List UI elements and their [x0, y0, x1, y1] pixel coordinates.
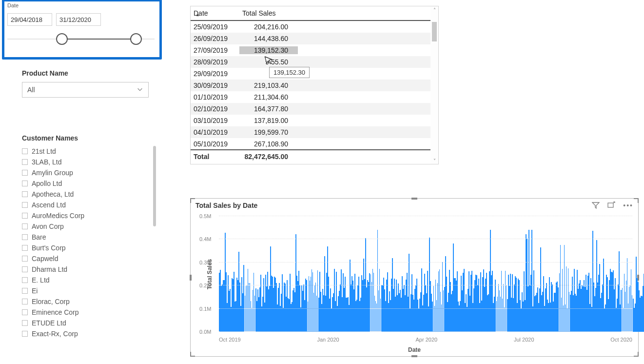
- resize-handle-right[interactable]: [637, 275, 639, 281]
- table-cell-date: 01/10/2019: [191, 93, 239, 101]
- table-row[interactable]: 27/09/2019139,152.30: [191, 44, 438, 56]
- y-tick-label: 0.5M: [199, 213, 211, 219]
- y-tick-label: 0.2M: [199, 283, 211, 288]
- checkbox-icon[interactable]: [22, 181, 28, 186]
- customer-item[interactable]: Bare: [22, 232, 156, 243]
- table-column-date[interactable]: Date ▲: [191, 9, 239, 17]
- date-slider-track[interactable]: [7, 39, 155, 40]
- x-tick-label: Oct 2020: [610, 337, 632, 343]
- customer-item-label: Amylin Group: [32, 169, 73, 177]
- date-end-input[interactable]: 31/12/2020: [56, 13, 101, 26]
- customer-item-label: Capweld: [32, 255, 58, 263]
- checkbox-icon[interactable]: [22, 170, 28, 176]
- table-row[interactable]: 25/09/2019204,216.00: [191, 21, 438, 33]
- customer-item[interactable]: 21st Ltd: [22, 146, 156, 157]
- table-scrollbar-thumb[interactable]: [432, 22, 437, 41]
- customer-item-label: Eminence Corp: [32, 308, 79, 316]
- x-tick-label: Jan 2020: [317, 337, 339, 343]
- table-row[interactable]: 30/09/2019219,103.40: [191, 80, 438, 91]
- checkbox-icon[interactable]: [22, 223, 28, 229]
- table-row[interactable]: 04/10/2019199,599.70: [191, 126, 438, 138]
- customer-item[interactable]: Burt's Corp: [22, 243, 156, 253]
- customer-item-label: 21st Ltd: [32, 147, 56, 155]
- customer-item[interactable]: Apotheca, Ltd: [22, 189, 156, 200]
- customer-item[interactable]: AuroMedics Corp: [22, 210, 156, 221]
- table-scrollbar[interactable]: ˄ ˅: [430, 6, 438, 164]
- checkbox-icon[interactable]: [22, 288, 28, 294]
- checkbox-icon[interactable]: [22, 266, 28, 272]
- customer-item-label: Apotheca, Ltd: [32, 190, 74, 198]
- resize-handle-tl[interactable]: [190, 198, 195, 203]
- checkbox-icon[interactable]: [22, 245, 28, 251]
- table-cell-date: 27/09/2019: [191, 46, 239, 54]
- table-row[interactable]: 02/10/2019164,377.80: [191, 103, 438, 115]
- checkbox-icon[interactable]: [22, 213, 28, 219]
- product-name-dropdown[interactable]: All: [22, 82, 149, 98]
- customer-item[interactable]: ETUDE Ltd: [22, 318, 156, 328]
- checkbox-icon[interactable]: [22, 234, 28, 240]
- resize-handle-br[interactable]: [634, 352, 639, 357]
- filter-icon[interactable]: [592, 202, 600, 209]
- customer-item[interactable]: Elorac, Corp: [22, 296, 156, 307]
- scroll-down-icon[interactable]: ˅: [430, 157, 438, 164]
- customer-item[interactable]: Amylin Group: [22, 167, 156, 178]
- customer-item[interactable]: 3LAB, Ltd: [22, 157, 156, 167]
- checkbox-icon[interactable]: [22, 277, 28, 283]
- more-options-icon[interactable]: •••: [623, 202, 633, 209]
- table-column-total-sales[interactable]: Total Sales: [239, 9, 298, 17]
- resize-handle-bl[interactable]: [190, 352, 195, 357]
- customer-item[interactable]: Eminence Corp: [22, 307, 156, 318]
- table-cell-value: 137,819.00: [239, 117, 298, 124]
- grid-line: [219, 216, 632, 216]
- customer-list[interactable]: 21st Ltd3LAB, LtdAmylin GroupApollo LtdA…: [22, 146, 156, 351]
- x-tick-label: Jul 2020: [514, 337, 534, 343]
- table-body: 25/09/2019204,216.0026/09/2019144,438.60…: [191, 21, 438, 149]
- customer-item[interactable]: Apollo Ltd: [22, 178, 156, 189]
- resize-handle-bottom[interactable]: [411, 355, 417, 357]
- customer-names-label: Customer Names: [22, 134, 156, 142]
- date-slider-handle-end[interactable]: [130, 33, 142, 45]
- table-cell-date: 05/10/2019: [191, 140, 239, 148]
- table-row[interactable]: 01/10/2019211,304.60: [191, 91, 438, 103]
- sales-table: Date ▲ Total Sales 25/09/2019204,216.002…: [190, 6, 439, 164]
- customer-item[interactable]: Dharma Ltd: [22, 264, 156, 275]
- checkbox-icon[interactable]: [22, 309, 28, 315]
- customer-item[interactable]: Ascend Ltd: [22, 200, 156, 210]
- table-total-value: 82,472,645.00: [239, 153, 298, 161]
- checkbox-icon[interactable]: [22, 202, 28, 208]
- table-cell-value: 139,152.30: [239, 46, 298, 54]
- resize-handle-left[interactable]: [190, 275, 192, 281]
- customer-item[interactable]: Exact-Rx, Corp: [22, 328, 156, 339]
- grid-line: [219, 285, 632, 285]
- table-row[interactable]: 29/09/20199: [191, 68, 438, 80]
- customer-scrollbar-thumb[interactable]: [153, 146, 156, 226]
- date-start-input[interactable]: 29/04/2018: [7, 13, 52, 26]
- customer-item-label: AuroMedics Corp: [32, 212, 84, 220]
- table-cell-value: 199,599.70: [239, 128, 298, 136]
- checkbox-icon[interactable]: [22, 191, 28, 197]
- total-sales-chart[interactable]: Total Sales by Date ••• Total Sales 0.0M…: [190, 198, 639, 357]
- customer-item[interactable]: Capweld: [22, 253, 156, 264]
- table-row[interactable]: 05/10/2019267,108.90: [191, 138, 438, 149]
- customer-item[interactable]: Ei: [22, 285, 156, 296]
- table-cell-value: 164,377.80: [239, 105, 298, 113]
- customer-item[interactable]: E. Ltd: [22, 275, 156, 285]
- resize-handle-top[interactable]: [411, 198, 417, 200]
- checkbox-icon[interactable]: [22, 299, 28, 304]
- checkbox-icon[interactable]: [22, 331, 28, 337]
- table-cell-date: 02/10/2019: [191, 105, 239, 113]
- table-row[interactable]: 26/09/2019144,438.60: [191, 33, 438, 44]
- resize-handle-tr[interactable]: [634, 198, 639, 203]
- focus-mode-icon[interactable]: [607, 202, 615, 209]
- date-slider-handle-start[interactable]: [56, 33, 68, 45]
- customer-item[interactable]: Avon Corp: [22, 221, 156, 232]
- scroll-up-icon[interactable]: ˄: [430, 6, 438, 13]
- table-row[interactable]: 28/09/20199 55.50: [191, 56, 438, 68]
- table-row[interactable]: 03/10/2019137,819.00: [191, 115, 438, 126]
- checkbox-icon[interactable]: [22, 320, 28, 326]
- product-name-label: Product Name: [22, 69, 149, 77]
- checkbox-icon[interactable]: [22, 148, 28, 154]
- checkbox-icon[interactable]: [22, 256, 28, 262]
- checkbox-icon[interactable]: [22, 159, 28, 165]
- customer-item-label: ETUDE Ltd: [32, 319, 66, 327]
